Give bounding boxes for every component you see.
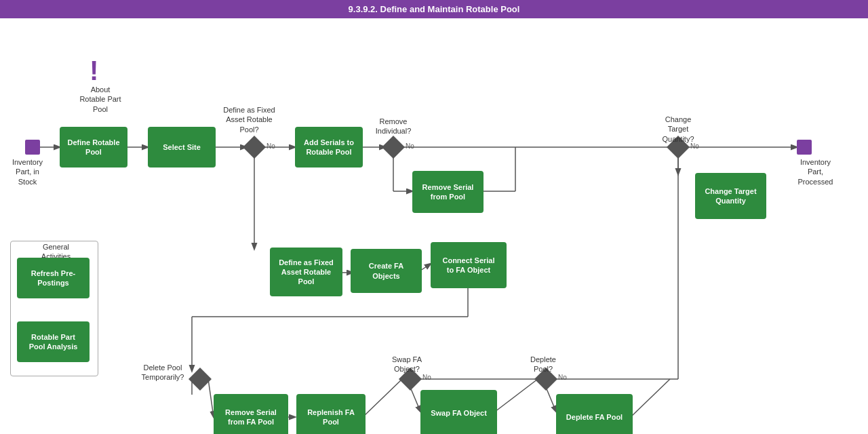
remove-serial-fa-pool-box[interactable]: Remove Serialfrom FA Pool [214,394,288,434]
canvas: ! AboutRotable PartPool InventoryPart, i… [0,18,868,434]
page-title: 9.3.9.2. Define and Maintain Rotable Poo… [349,4,520,14]
svg-line-24 [410,387,420,412]
svg-line-26 [495,379,538,412]
no-label-remove-individual: No [406,142,414,150]
swap-fa-question: Swap FAObject? [383,355,431,374]
connect-serial-fa-box[interactable]: Connect Serialto FA Object [431,242,507,288]
change-target-qty-box[interactable]: Change TargetQuantity [695,173,766,219]
deplete-fa-pool-box[interactable]: Deplete FA Pool [556,394,633,434]
rotable-pool-analysis-box[interactable]: Rotable PartPool Analysis [17,321,90,362]
purple-rect-end [797,140,812,155]
svg-line-20 [363,379,402,417]
svg-line-14 [420,264,431,271]
svg-line-27 [631,379,670,417]
select-site-box[interactable]: Select Site [148,127,216,167]
inventory-processed-label: InventoryPart,Processed [790,157,841,186]
deplete-pool-question: DepletePool? [519,355,567,374]
exclamation-icon: ! [90,56,98,86]
no-label-deplete-pool: No [558,374,567,381]
create-fa-objects-box[interactable]: Create FAObjects [351,249,422,293]
purple-rect-start [25,140,40,155]
define-fa-question: Define as FixedAsset RotablePool? [217,105,281,134]
swap-fa-object-box[interactable]: Swap FA Object [420,390,497,434]
change-target-question: ChangeTargetQuantity? [651,115,705,144]
no-label-change-target: No [690,142,699,150]
svg-line-18 [208,379,214,417]
define-fa-rotable-box[interactable]: Define as FixedAsset RotablePool [270,248,342,296]
remove-individual-question: RemoveIndividual? [366,117,420,136]
diamond-remove-individual [382,136,405,159]
header-bar: 9.3.9.2. Define and Maintain Rotable Poo… [0,0,868,18]
define-rotable-pool-box[interactable]: Define RotablePool [60,127,127,167]
flow-arrows [0,18,868,434]
delete-pool-question: Delete PoolTemporarily? [132,363,193,382]
remove-serial-pool-box[interactable]: Remove Serialfrom Pool [412,171,484,213]
no-label-delete-pool: No [200,374,209,381]
inventory-in-stock-label: InventoryPart, inStock [5,157,50,186]
refresh-prepostings-box[interactable]: Refresh Pre-Postings [17,258,90,298]
svg-line-25 [546,387,556,412]
replenish-fa-pool-box[interactable]: Replenish FAPool [296,394,366,434]
no-label-swap-fa: No [422,374,431,381]
diamond-define-fa [243,136,266,159]
no-label-define-fa: No [267,142,275,150]
add-serials-box[interactable]: Add Serials toRotable Pool [295,127,363,167]
about-label: AboutRotable PartPool [73,85,127,114]
